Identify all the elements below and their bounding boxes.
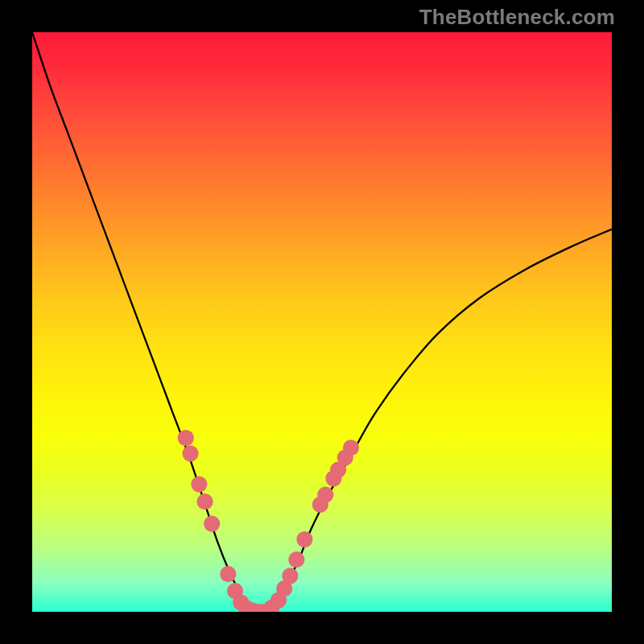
watermark: TheBottleneck.com [419, 5, 615, 30]
plot-area [32, 32, 612, 612]
chart-container: TheBottleneck.com [0, 0, 644, 644]
